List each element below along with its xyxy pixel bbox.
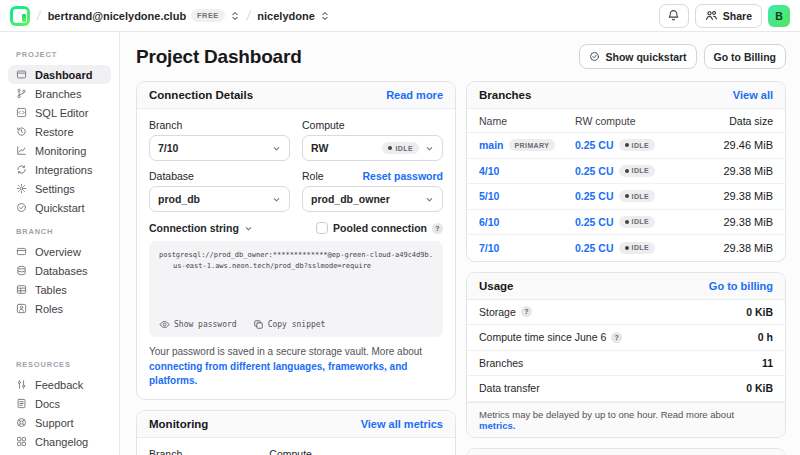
connection-string-value[interactable]: postgresql://prod_db_owner:*************… [159, 250, 433, 271]
show-password-button[interactable]: Show password [159, 319, 237, 330]
sliders-icon [16, 379, 27, 390]
sidebar-item-restore[interactable]: Restore [8, 122, 111, 141]
connection-details-card: Connection Details Read more Branch 7/10 [136, 81, 456, 400]
sidebar-item-branches[interactable]: Branches [8, 84, 111, 103]
plan-badge: FREE [191, 9, 225, 22]
sidebar-item-roles[interactable]: Roles [8, 299, 111, 318]
connection-string-toggle[interactable]: Connection string [149, 222, 253, 234]
copy-icon [253, 319, 264, 330]
view-all-branches-link[interactable]: View all [733, 89, 773, 101]
panel-icon [16, 246, 27, 257]
chevron-updown-icon[interactable] [320, 11, 330, 21]
neon-logo-icon[interactable] [10, 6, 30, 26]
metrics-link[interactable]: metrics. [479, 420, 515, 431]
idle-badge: IDLE [619, 139, 656, 151]
data-size: 29.38 MiB [707, 165, 773, 177]
branch-field-label: Branch [149, 448, 182, 455]
data-size: 29.38 MiB [707, 216, 773, 228]
read-more-link[interactable]: Read more [386, 89, 443, 101]
help-icon[interactable]: ? [521, 306, 532, 317]
compute-link[interactable]: 0.25 CU [575, 242, 614, 254]
chevron-updown-icon[interactable] [230, 11, 240, 21]
sidebar-item-sql-editor[interactable]: SQL Editor [8, 103, 111, 122]
usage-row: Data transfer 0 KiB [467, 376, 785, 402]
database-select[interactable]: prod_db [149, 186, 290, 212]
table-row: 5/10 0.25 CUIDLE 29.38 MiB [467, 184, 785, 210]
idle-badge: IDLE [619, 190, 656, 202]
idle-badge: IDLE [619, 216, 656, 228]
chevron-down-icon [244, 224, 253, 233]
compute-link[interactable]: 0.25 CU [575, 139, 614, 151]
connect-docs-link[interactable]: connecting from different languages, fra… [149, 361, 407, 387]
sync-arrows-icon [16, 164, 27, 175]
sidebar-item-integrations[interactable]: Integrations [8, 160, 111, 179]
go-to-billing-link[interactable]: Go to billing [709, 280, 773, 292]
go-to-billing-button[interactable]: Go to Billing [704, 44, 786, 69]
sidebar-item-dashboard[interactable]: Dashboard [8, 65, 111, 84]
sidebar-item-tables[interactable]: Tables [8, 280, 111, 299]
pooled-connection-checkbox[interactable] [316, 222, 328, 234]
document-icon [16, 398, 27, 409]
main-content: Project Dashboard Show quickstart Go to … [120, 32, 800, 455]
sidebar-item-support[interactable]: Support [8, 413, 111, 432]
compute-link[interactable]: 0.25 CU [575, 165, 614, 177]
user-badge-icon [16, 303, 27, 314]
gear-icon [16, 183, 27, 194]
table-header: Name RW compute Data size [467, 109, 785, 133]
monitoring-card: Monitoring View all metrics Branch main … [136, 410, 456, 455]
card-title: Branches [479, 89, 531, 101]
reset-password-link[interactable]: Reset password [362, 170, 443, 182]
pooled-connection-label: Pooled connection [333, 222, 427, 234]
help-icon[interactable]: ? [432, 223, 443, 234]
top-bar: / bertrand@nicelydone.club FREE / nicely… [0, 0, 800, 32]
dashboard-icon [16, 69, 27, 80]
grid-icon [16, 436, 27, 447]
sidebar-item-monitoring[interactable]: Monitoring [8, 141, 111, 160]
usage-row: Branches 11 [467, 351, 785, 377]
sidebar-item-feedback[interactable]: Feedback [8, 375, 111, 394]
org-email: bertrand@nicelydone.club [48, 10, 186, 22]
idle-badge: IDLE [619, 165, 656, 177]
branch-link[interactable]: 5/10 [479, 190, 499, 202]
usage-row: Compute time since June 6? 0 h [467, 325, 785, 351]
branch-link[interactable]: main [479, 139, 504, 151]
sidebar-item-changelog[interactable]: Changelog [8, 432, 111, 451]
role-field-label: Role [302, 170, 324, 182]
share-button[interactable]: Share [695, 4, 762, 28]
compute-link[interactable]: 0.25 CU [575, 190, 614, 202]
usage-value: 0 h [758, 331, 773, 343]
table-row: 6/10 0.25 CUIDLE 29.38 MiB [467, 210, 785, 236]
sidebar-item-databases[interactable]: Databases [8, 261, 111, 280]
help-icon[interactable]: ? [611, 332, 622, 343]
git-branch-icon [16, 88, 27, 99]
idle-badge: IDLE [619, 242, 656, 254]
sidebar-item-overview[interactable]: Overview [8, 242, 111, 261]
lifebuoy-icon [16, 417, 27, 428]
table-row: 7/10 0.25 CUIDLE 29.38 MiB [467, 235, 785, 261]
project-breadcrumb[interactable]: nicelydone [257, 10, 329, 22]
copy-snippet-button[interactable]: Copy snippet [253, 319, 326, 330]
history-clock-icon [16, 126, 27, 137]
sidebar-section-branch: BRANCH [0, 227, 119, 236]
sidebar-item-quickstart[interactable]: Quickstart [8, 198, 111, 217]
branch-link[interactable]: 4/10 [479, 165, 499, 177]
page-title: Project Dashboard [136, 46, 302, 68]
branch-link[interactable]: 6/10 [479, 216, 499, 228]
avatar[interactable]: B [768, 5, 790, 27]
org-breadcrumb[interactable]: bertrand@nicelydone.club FREE [48, 9, 240, 22]
role-select[interactable]: prod_db_owner [302, 186, 443, 212]
chevron-down-icon [272, 144, 281, 153]
show-quickstart-button[interactable]: Show quickstart [579, 44, 696, 69]
data-size: 29.46 MiB [707, 139, 773, 151]
usage-footer: Metrics may be delayed by up to one hour… [467, 402, 785, 437]
sidebar-item-docs[interactable]: Docs [8, 394, 111, 413]
branch-link[interactable]: 7/10 [479, 242, 499, 254]
view-all-metrics-link[interactable]: View all metrics [361, 418, 443, 430]
branch-select[interactable]: 7/10 [149, 135, 290, 161]
compute-select[interactable]: RW IDLE [302, 135, 443, 161]
notifications-button[interactable] [659, 4, 689, 28]
table-row: mainPRIMARY 0.25 CUIDLE 29.46 MiB [467, 133, 785, 159]
sidebar-item-settings[interactable]: Settings [8, 179, 111, 198]
connection-string-box: postgresql://prod_db_owner:*************… [149, 241, 443, 337]
compute-link[interactable]: 0.25 CU [575, 216, 614, 228]
